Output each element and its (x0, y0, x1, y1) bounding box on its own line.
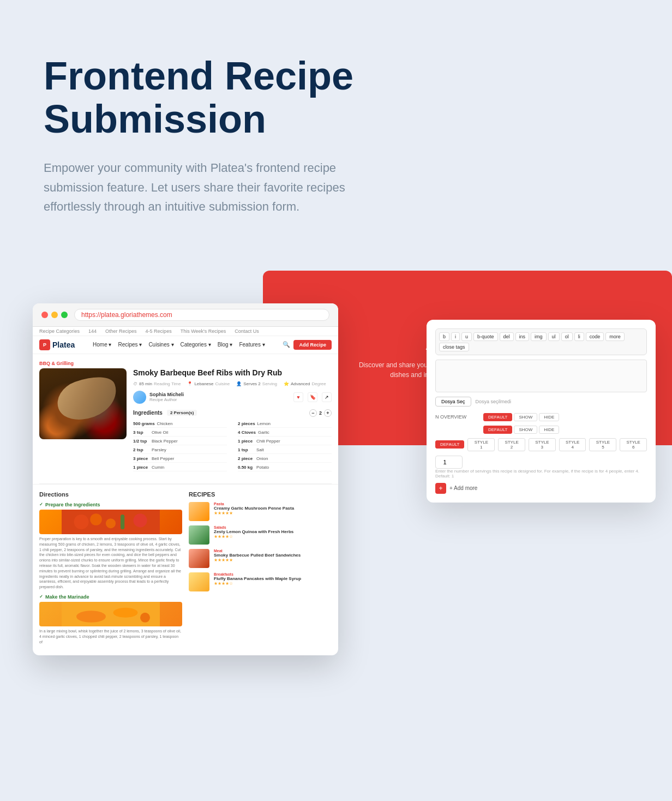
nav-top-weekly[interactable]: This Week's Recipes (181, 328, 226, 334)
style-1-btn[interactable]: STYLE 1 (467, 438, 495, 451)
toolbar-bquote[interactable]: b-quote (473, 332, 498, 341)
stepper-minus[interactable]: − (309, 409, 317, 417)
toolbar-u[interactable]: u (461, 332, 472, 341)
nav-top-recipe-categories[interactable]: Recipe Categories (39, 328, 80, 334)
nav-blog[interactable]: Blog ▾ (218, 342, 233, 348)
author-role: Recipe Author (149, 397, 184, 402)
ing-name-4: Parsley (152, 447, 166, 452)
direction-image-1 (39, 510, 182, 534)
second-default-btn[interactable]: DEFAULT (483, 426, 512, 434)
nav-features[interactable]: Features ▾ (239, 342, 265, 348)
toolbar-more[interactable]: more (605, 332, 625, 341)
overview-show-btn[interactable]: SHOW (514, 413, 537, 421)
file-choose-button[interactable]: Dosya Seç (435, 397, 471, 407)
stepper-plus[interactable]: + (324, 409, 332, 417)
recipe-list-item-4[interactable]: Breakfasts Fluffy Banana Pancakes with M… (189, 572, 332, 591)
style-5-btn[interactable]: STYLE 5 (589, 438, 616, 451)
add-more-button[interactable]: + (435, 483, 446, 494)
browser-chrome: https://platea.gloriathemes.com (33, 303, 338, 327)
recipe-thumb-2 (189, 525, 209, 545)
overview-default-btn[interactable]: DEFAULT (483, 413, 512, 421)
direction-name-2: Make the Marinade (45, 594, 89, 600)
style-3-btn[interactable]: STYLE 3 (529, 438, 556, 451)
traffic-light-yellow[interactable] (51, 312, 58, 318)
second-hide-btn[interactable]: HIDE (539, 426, 559, 434)
style-4-btn[interactable]: STYLE 4 (559, 438, 586, 451)
nav-top-bar: Recipe Categories 144 Other Recipes 4-5 … (33, 327, 338, 336)
ingredient-row-2: 3 tsp Olive Oil (133, 429, 227, 437)
bookmark-icon[interactable]: 🔖 (308, 392, 317, 402)
ingredients-section: Ingredients 2 Person(s) − 2 + 500 grams (133, 409, 332, 471)
recipe-list-item-3[interactable]: Meat Smoky Barbecue Pulled Beef Sandwich… (189, 549, 332, 568)
svg-point-7 (76, 611, 106, 623)
ing-r-name-3: Chili Pepper (256, 439, 280, 444)
recipe-layout: Smoky Barbeque Beef Ribs with Dry Rub ⏱ … (39, 368, 332, 477)
site-logo[interactable]: P Platea (39, 339, 75, 350)
recipe-image-bg (39, 368, 127, 439)
toolbar-i[interactable]: i (451, 332, 460, 341)
share-icon[interactable]: ↗ (322, 392, 332, 402)
favorite-icon[interactable]: ♥ (293, 392, 303, 402)
search-icon[interactable]: 🔍 (283, 341, 290, 348)
nav-top-other[interactable]: Other Recipes (105, 328, 137, 334)
nav-recipes[interactable]: Recipes ▾ (118, 342, 142, 348)
recipe-actions: ♥ 🔖 ↗ (293, 392, 332, 402)
toolbar-code[interactable]: code (586, 332, 604, 341)
toolbar-ul[interactable]: ul (548, 332, 560, 341)
nav-cuisines[interactable]: Cuisines ▾ (148, 342, 173, 348)
recipe-thumb-1 (189, 502, 209, 521)
mockup-area: Add Recipe Discover and share your favor… (0, 271, 672, 745)
style-6-btn[interactable]: STYLE 6 (620, 438, 647, 451)
style-2-btn[interactable]: STYLE 2 (498, 438, 525, 451)
logo-icon: P (39, 339, 50, 350)
author-bar: Sophia Micheli Recipe Author ♥ 🔖 ↗ (133, 391, 332, 404)
toolbar-li[interactable]: li (574, 332, 584, 341)
ingredients-header: Ingredients 2 Person(s) − 2 + (133, 409, 332, 417)
meta-time: ⏱ 85 min Reading Time (133, 381, 181, 386)
nav-top-count: 144 (88, 328, 97, 334)
traffic-light-green[interactable] (61, 312, 68, 318)
url-suffix: platea.gloriathemes.com (101, 311, 172, 319)
overview-hide-btn[interactable]: HIDE (539, 413, 559, 421)
direction-illustration-2 (39, 602, 182, 626)
ingredient-row-r2: 4 Cloves Garlic (238, 429, 332, 437)
toolbar-del[interactable]: del (500, 332, 514, 341)
traffic-light-red[interactable] (41, 312, 48, 318)
ingredients-grid: 500 grams Chicken 2 pieces Lemon 3 tsp O… (133, 420, 332, 471)
browser-url-bar[interactable]: https://platea.gloriathemes.com (74, 309, 329, 321)
toolbar-b[interactable]: b (439, 332, 449, 341)
toolbar-ins[interactable]: ins (515, 332, 530, 341)
second-show-btn[interactable]: SHOW (514, 426, 537, 434)
nav-home[interactable]: Home ▾ (93, 342, 111, 348)
toolbar-close-tags[interactable]: close tags (439, 343, 469, 351)
recipe-category: BBQ & Grilling (39, 361, 332, 366)
recipes-list-header: RECIPES (189, 491, 332, 498)
style-default-btn[interactable]: DEFAULT (435, 440, 464, 449)
nav-categories[interactable]: Categories ▾ (181, 342, 211, 348)
ingredient-row-5: 3 piece Bell Pepper (133, 455, 227, 463)
settings-label-overview: N OVERVIEW (435, 414, 479, 420)
recipe-list-item-2[interactable]: Salads Zesty Lemon Quinoa with Fresh Her… (189, 525, 332, 545)
clock-icon: ⏱ (133, 381, 137, 386)
ing-r-amount-5: 2 piece (238, 456, 254, 461)
nav-top-45[interactable]: 4-5 Recipes (146, 328, 172, 334)
rli-name-1: Creamy Garlic Mushroom Penne Pasta (214, 506, 294, 511)
editor-textarea[interactable] (435, 360, 647, 392)
ingredient-row-r1: 2 pieces Lemon (238, 420, 332, 428)
ing-amount-2: 3 tsp (133, 430, 149, 435)
add-recipe-nav-button[interactable]: Add Recipe (293, 340, 332, 350)
meta-time-value: 85 min (139, 381, 152, 386)
toolbar-img[interactable]: img (531, 332, 547, 341)
recipe-content: BBQ & Grilling Smoky Barbeque Beef Ribs … (33, 354, 338, 483)
meta-serves: 👤 Serves 2 Serving (236, 381, 277, 386)
meta-time-label: Reading Time (154, 381, 181, 386)
logo-text: Platea (52, 340, 75, 349)
author-avatar (133, 391, 146, 404)
svg-point-8 (113, 608, 138, 618)
meta-cuisine-label: Cuisine (215, 381, 230, 386)
recipe-list-item-1[interactable]: Pasta Creamy Garlic Mushroom Penne Pasta… (189, 502, 332, 521)
servings-input[interactable] (435, 456, 463, 469)
nav-top-contact[interactable]: Contact Us (235, 328, 259, 334)
toolbar-ol[interactable]: ol (561, 332, 573, 341)
ing-r-amount-6: 0.50 kg (238, 465, 254, 470)
